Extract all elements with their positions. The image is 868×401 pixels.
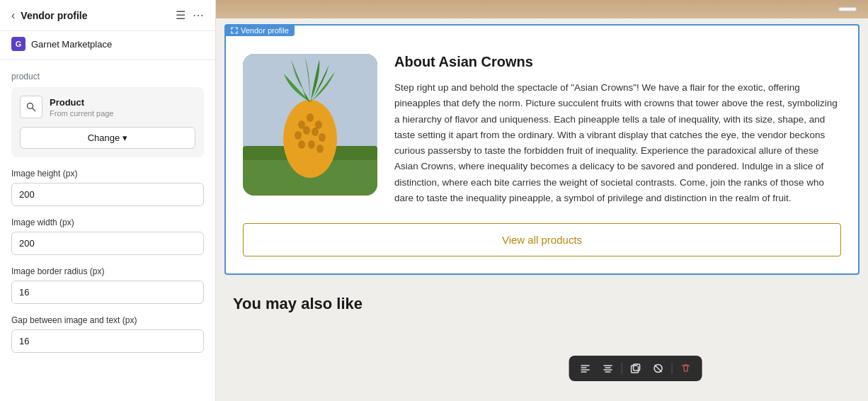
svg-point-7 [307, 113, 314, 122]
hide-icon [652, 363, 663, 374]
align-center-icon [602, 363, 613, 374]
image-border-radius-group: Image border radius (px) [11, 266, 204, 304]
image-border-radius-label: Image border radius (px) [11, 266, 204, 276]
floating-toolbar [569, 356, 702, 381]
vendor-profile-section: Vendor profile [224, 24, 860, 275]
svg-point-13 [298, 140, 305, 149]
sidebar-title: Vendor profile [21, 10, 87, 21]
product-sub: From current page [50, 109, 113, 118]
delete-icon [680, 363, 691, 374]
svg-point-14 [308, 140, 315, 149]
sidebar-body: product Product From current page [0, 60, 215, 364]
product-card: Product From current page Change ▾ [11, 87, 204, 157]
product-image [243, 54, 377, 196]
about-title: About Asian Crowns [394, 54, 841, 70]
vendor-profile-badge-label: Vendor profile [241, 26, 289, 35]
image-width-input[interactable] [11, 232, 204, 255]
svg-point-8 [315, 120, 322, 129]
image-height-group: Image height (px) [11, 169, 204, 206]
you-may-also-like-heading: You may also like [216, 283, 868, 324]
svg-point-10 [303, 126, 310, 135]
sidebar-header-icons: ☰ ⋯ [176, 9, 204, 22]
product-section-label: product [11, 72, 204, 81]
gap-label: Gap between image and text (px) [11, 315, 204, 325]
gap-input[interactable] [11, 329, 204, 353]
more-options-icon[interactable]: ⋯ [193, 9, 204, 22]
product-section: product Product From current page [11, 72, 204, 157]
svg-point-11 [312, 128, 319, 136]
pineapple-svg [243, 54, 377, 196]
about-description: Step right up and behold the spectacle o… [394, 80, 841, 206]
image-width-label: Image width (px) [11, 218, 204, 227]
product-icon [20, 96, 42, 118]
svg-point-12 [319, 133, 326, 142]
top-bar [216, 0, 868, 18]
top-bar-button[interactable] [838, 7, 857, 11]
sidebar-header-left: ‹ Vendor profile [11, 9, 87, 22]
svg-line-1 [33, 108, 35, 111]
gap-group: Gap between image and text (px) [11, 315, 204, 353]
svg-point-15 [316, 145, 324, 153]
product-card-inner: Product From current page [20, 96, 195, 118]
marketplace-name: Garnet Marketplace [31, 39, 112, 50]
copy-icon [629, 363, 641, 374]
marketplace-initial: G [16, 40, 22, 48]
svg-point-5 [283, 100, 337, 178]
vendor-text-content: About Asian Crowns Step right up and beh… [394, 54, 841, 206]
database-icon[interactable]: ☰ [176, 9, 185, 22]
expand-icon [231, 27, 238, 34]
change-label: Change [88, 132, 120, 143]
main-content: Vendor profile [216, 0, 868, 401]
vendor-profile-badge: Vendor profile [225, 25, 295, 36]
svg-point-9 [295, 131, 302, 140]
marketplace-icon: G [11, 37, 25, 51]
image-height-input[interactable] [11, 183, 204, 206]
product-card-text: Product From current page [50, 97, 113, 118]
delete-button[interactable] [676, 360, 695, 377]
change-button[interactable]: Change ▾ [20, 127, 195, 149]
align-left-button[interactable] [576, 360, 594, 377]
chevron-down-icon: ▾ [122, 132, 127, 143]
product-name: Product [50, 97, 113, 108]
image-border-radius-input[interactable] [11, 281, 204, 304]
vendor-profile-content: About Asian Crowns Step right up and beh… [226, 26, 858, 223]
marketplace-row: G Garnet Marketplace [0, 31, 215, 60]
align-left-icon [579, 363, 590, 374]
toolbar-divider-2 [671, 363, 672, 374]
toolbar-divider [621, 363, 622, 374]
image-width-group: Image width (px) [11, 218, 204, 255]
hide-button[interactable] [649, 360, 667, 377]
back-button[interactable]: ‹ [11, 9, 15, 22]
sidebar: ‹ Vendor profile ☰ ⋯ G Garnet Marketplac… [0, 0, 216, 401]
image-height-label: Image height (px) [11, 169, 204, 179]
align-center-button[interactable] [598, 360, 617, 377]
copy-button[interactable] [626, 360, 644, 377]
view-all-button[interactable]: View all products [243, 223, 841, 256]
sidebar-header: ‹ Vendor profile ☰ ⋯ [0, 0, 215, 31]
